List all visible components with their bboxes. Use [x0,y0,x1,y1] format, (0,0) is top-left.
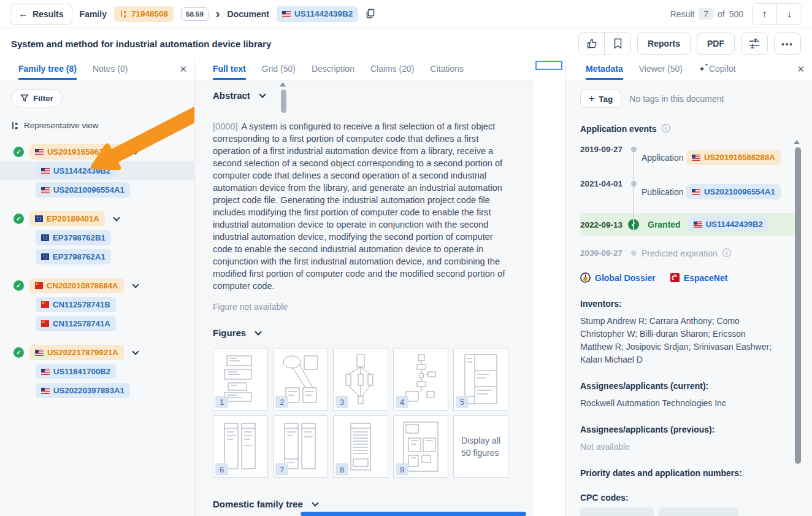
info-icon[interactable] [661,123,670,134]
espacenet-link[interactable]: EspaceNet [670,273,728,283]
filter-button[interactable]: Filter [11,89,63,107]
no-tags-text: No tags in this document [629,94,724,104]
bookmark-button[interactable] [605,33,630,55]
chevron-down-icon[interactable] [132,348,139,355]
copy-icon[interactable] [366,9,375,19]
global-dossier-link[interactable]: Global Dossier [580,272,656,283]
pdf-button[interactable]: PDF [697,33,735,55]
close-left-panel-icon[interactable] [179,59,187,80]
event-label: Predicted expiration [642,248,797,259]
tree-child-row-selected[interactable]: US11442439B2 [0,161,194,180]
figure-thumbnail[interactable]: 6 [213,415,268,478]
section-body: Rockwell Automation Technologies Inc [580,397,776,410]
figure-number-badge: 2 [275,396,288,408]
patent-badge[interactable]: US11442439B2 [688,217,768,232]
tab-notes[interactable]: Notes (0) [93,59,128,80]
scroll-up-arrow[interactable] [280,82,286,87]
tree-child-row[interactable]: US20220397893A1 [0,381,194,400]
check-circle-icon [13,147,24,157]
representative-view-icon [11,121,19,130]
family-tree: US201916586288A US11442439B2 [0,142,194,400]
figure-number-badge: 3 [335,396,348,408]
timeline-event: 2021-04-01 Publication US20210096554A1 [580,179,797,199]
cpc-code-chip[interactable] [659,507,738,516]
vertical-scrollbar-thumb[interactable] [795,147,801,464]
tree-child-row[interactable]: CN112578741A [0,314,194,333]
horizontal-scrollbar-thumb[interactable] [301,512,526,516]
family-id-badge[interactable]: 71948508 [114,6,174,22]
display-all-figures-button[interactable]: Display all 50 figures [453,415,508,478]
figure-thumbnail[interactable]: 4 [393,348,448,410]
figure-thumbnail[interactable]: 2 [273,348,328,410]
vertical-scrollbar-thumb[interactable] [281,90,286,113]
patent-badge: CN112578741B [36,297,116,312]
back-to-results-button[interactable]: Results [10,4,72,25]
tab-citations[interactable]: Citations [431,59,464,80]
tab-description[interactable]: Description [312,59,354,80]
section-heading: CPC codes: [580,493,797,503]
tree-child-row[interactable]: US11841700B2 [0,362,194,381]
info-icon[interactable] [722,248,731,259]
tree-parent-row[interactable]: US201916586288A [0,142,194,161]
chevron-down-icon[interactable] [113,214,120,221]
add-tag-button[interactable]: Tag [580,90,621,108]
tree-parent-row[interactable]: EP20189401A [0,209,194,228]
figure-thumbnail[interactable]: 3 [333,348,388,410]
tab-claims[interactable]: Claims (20) [370,59,415,80]
display-settings-button[interactable] [741,33,768,55]
sliders-icon [749,39,760,48]
figures-grid: 1 2 3 4 5 [213,348,518,478]
document-minimap[interactable] [534,59,565,516]
tab-viewer[interactable]: Viewer (50) [639,59,683,80]
breadcrumb-document-label: Document [227,9,269,19]
tree-child-row[interactable]: CN112578741B [0,295,194,314]
chevron-down-icon [259,91,266,98]
cn-flag-icon [41,320,49,327]
patent-badge[interactable]: US201916586288A [686,150,781,165]
previous-result-button[interactable] [753,4,777,25]
thumbs-up-button[interactable] [579,33,605,55]
filter-funnel-icon [20,94,29,102]
figure-not-available-note: Figure not available [213,302,518,312]
figures-section-header[interactable]: Figures [213,328,518,338]
figure-thumbnail[interactable]: 5 [453,348,508,410]
figure-number-badge: 8 [335,463,348,476]
document-id-badge[interactable]: US11442439B2 [277,6,358,22]
tree-child-row[interactable]: US20210096554A1 [0,180,194,199]
check-circle-icon [13,280,24,291]
paragraph-number: [0000] [213,121,238,131]
section-heading: Priority dates and application numbers: [580,468,797,478]
figure-thumbnail[interactable]: 1 [213,348,268,410]
cn-flag-icon [41,301,49,308]
us-flag-icon [692,155,700,161]
figure-thumbnail[interactable]: 8 [333,415,388,478]
timeline-dot [631,250,637,256]
global-dossier-icon [580,272,591,283]
minimap-viewport-box[interactable] [535,61,562,70]
reports-button[interactable]: Reports [637,33,691,55]
chevron-down-icon[interactable] [132,147,139,154]
tab-family-tree[interactable]: Family tree (8) [18,59,77,80]
more-actions-button[interactable] [774,33,801,55]
figure-number-badge: 5 [456,396,469,408]
patent-badge[interactable]: US20210096554A1 [686,184,781,199]
tree-child-row[interactable]: EP3798762A1 [0,247,194,266]
cpc-code-chip[interactable] [580,507,654,516]
figure-thumbnail[interactable]: 9 [393,415,448,478]
next-result-button[interactable] [777,4,802,25]
representative-view-label[interactable]: Representative view [11,121,194,130]
figure-thumbnail[interactable]: 7 [273,415,328,478]
tab-copilot[interactable]: Copilot [699,59,736,80]
tab-metadata[interactable]: Metadata [586,59,623,80]
abstract-section-header[interactable]: Abstract [213,90,518,101]
tree-parent-row[interactable]: CN202010878684A [0,276,194,295]
scroll-up-arrow[interactable] [794,140,800,144]
tab-full-text[interactable]: Full text [213,59,246,80]
chevron-down-icon[interactable] [132,281,139,288]
domestic-family-tree-header[interactable]: Domestic family tree [213,499,518,509]
tab-grid[interactable]: Grid (50) [262,59,296,80]
tree-child-row[interactable]: EP3798762B1 [0,228,194,247]
tree-parent-row[interactable]: US202217879921A [0,343,194,362]
close-right-panel-icon[interactable] [797,59,805,80]
us-flag-icon [35,350,44,356]
